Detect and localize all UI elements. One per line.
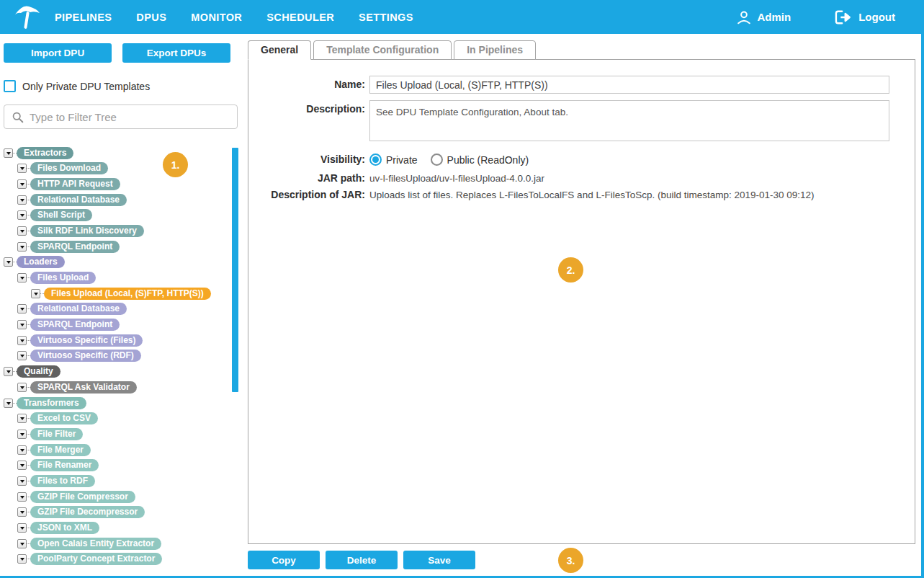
export-dpus-button[interactable]: Export DPUs: [122, 43, 230, 63]
nav-item-monitor[interactable]: MONITOR: [191, 12, 242, 23]
logout-button[interactable]: Logout: [834, 9, 895, 25]
nav-item-settings[interactable]: SETTINGS: [359, 12, 413, 23]
tree-row: Relational Database: [0, 303, 245, 316]
tree-item[interactable]: Extractors: [17, 147, 73, 159]
description-input[interactable]: [369, 100, 889, 141]
tree-expander-icon[interactable]: [17, 164, 27, 173]
tree-item[interactable]: SPARQL Endpoint: [30, 319, 120, 331]
tree-item[interactable]: File Renamer: [30, 459, 99, 471]
tree-row: Shell Script: [0, 209, 245, 222]
nav-item-scheduler[interactable]: SCHEDULER: [266, 12, 334, 23]
tree-expander-icon[interactable]: [4, 257, 13, 267]
tree-item-selected[interactable]: Files Upload (Local, (S)FTP, HTTP(S)): [44, 288, 211, 300]
visibility-radio-private[interactable]: Private: [369, 154, 418, 166]
tab-general[interactable]: General: [248, 40, 311, 60]
tree-item[interactable]: Virtuoso Specific (RDF): [30, 350, 141, 362]
tree-expander-icon[interactable]: [31, 289, 40, 298]
tree-expander-icon[interactable]: [17, 273, 27, 283]
chevron-down-icon: [6, 261, 11, 264]
tree-expander-icon[interactable]: [17, 430, 27, 439]
tree-item[interactable]: Excel to CSV: [30, 412, 98, 424]
tree-expander-icon[interactable]: [17, 195, 27, 205]
tree-row: Files Download: [0, 162, 245, 175]
tree-expander-icon[interactable]: [17, 351, 27, 360]
tree-expander-icon[interactable]: [17, 226, 27, 236]
tree-expander-icon[interactable]: [17, 336, 27, 345]
tree-row: File Merger: [0, 443, 245, 456]
chevron-down-icon: [6, 152, 11, 155]
tree-item[interactable]: GZIP File Compressor: [30, 491, 135, 503]
tree-item[interactable]: File Filter: [30, 428, 83, 440]
tree-item[interactable]: Quality: [17, 365, 60, 378]
tree-row: Silk RDF Link Discovery: [0, 224, 245, 237]
tree-row: JSON to XML: [0, 522, 245, 535]
tree-expander-icon[interactable]: [17, 523, 27, 533]
tree-expander-icon[interactable]: [4, 148, 13, 158]
tree-expander-icon[interactable]: [17, 383, 27, 392]
delete-button[interactable]: Delete: [326, 551, 398, 569]
tab-template-configuration[interactable]: Template Configuration: [313, 40, 452, 60]
tab-in-pipelines[interactable]: In Pipelines: [454, 40, 536, 60]
visibility-radio-public-readonly-[interactable]: Public (ReadOnly): [431, 154, 529, 166]
app-logo[interactable]: [13, 3, 45, 32]
radio-dot: [372, 156, 379, 163]
user-menu[interactable]: Admin: [736, 9, 791, 25]
tree-item[interactable]: Files Upload: [30, 272, 96, 284]
radio-selected-icon[interactable]: [369, 154, 382, 166]
tree-item[interactable]: SPARQL Ask Validator: [30, 381, 137, 394]
import-dpu-button[interactable]: Import DPU: [4, 43, 112, 63]
tree-item[interactable]: Files to RDF: [30, 475, 95, 487]
tree-item[interactable]: Relational Database: [30, 194, 127, 206]
tree-item[interactable]: File Merger: [30, 444, 91, 456]
tree-row: SPARQL Endpoint: [0, 319, 245, 332]
tree-expander-icon[interactable]: [17, 320, 27, 329]
tree-item[interactable]: JSON to XML: [30, 522, 99, 534]
jar-description-label: Description of JAR:: [248, 189, 365, 200]
logout-icon: [834, 9, 853, 25]
tree-item[interactable]: Shell Script: [30, 209, 92, 221]
tree-expander-icon[interactable]: [17, 179, 27, 189]
name-input[interactable]: [369, 76, 889, 94]
tree-item[interactable]: PoolParty Concept Extractor: [30, 553, 162, 565]
tree-expander-icon[interactable]: [17, 242, 27, 252]
tree-expander-icon[interactable]: [17, 539, 27, 548]
general-tab-panel: Name: Description: Visibility: PrivatePu…: [248, 59, 915, 544]
tree-expander-icon[interactable]: [17, 304, 27, 314]
tree-item[interactable]: Relational Database: [30, 303, 127, 315]
tree-filter-input[interactable]: [24, 105, 237, 128]
tree-item[interactable]: Open Calais Entity Extractor: [30, 538, 161, 550]
visibility-label: Visibility:: [248, 151, 365, 166]
tree-expander-icon[interactable]: [17, 461, 27, 470]
copy-button[interactable]: Copy: [248, 551, 320, 569]
tree-item[interactable]: SPARQL Endpoint: [30, 241, 120, 253]
tree-item[interactable]: GZIP File Decompressor: [30, 506, 145, 518]
chevron-down-icon: [20, 167, 24, 170]
tree-expander-icon[interactable]: [17, 414, 27, 423]
nav-item-pipelines[interactable]: PIPELINES: [55, 12, 112, 23]
tree-expander-icon[interactable]: [17, 492, 27, 502]
only-private-templates-checkbox[interactable]: [4, 80, 16, 92]
tree-expander-icon[interactable]: [17, 445, 27, 455]
tree-expander-icon[interactable]: [17, 554, 27, 564]
umbrella-logo-icon: [13, 4, 42, 31]
tree-expander-icon[interactable]: [17, 507, 27, 517]
tree-item[interactable]: Loaders: [17, 256, 65, 268]
tree-expander-icon[interactable]: [17, 476, 27, 486]
tree-expander-icon[interactable]: [4, 367, 13, 376]
tree-expander-icon[interactable]: [17, 210, 27, 220]
chevron-down-icon: [20, 277, 24, 280]
tree-scrollbar[interactable]: [232, 148, 238, 392]
radio-unselected-icon[interactable]: [431, 154, 443, 166]
tree-item[interactable]: Silk RDF Link Discovery: [30, 225, 144, 237]
tree-item[interactable]: HTTP API Request: [30, 178, 120, 190]
tree-item[interactable]: Virtuoso Specific (Files): [30, 334, 143, 347]
name-label: Name:: [248, 76, 365, 94]
chevron-down-icon: [6, 402, 11, 405]
tree-row: Files to RDF: [0, 474, 245, 487]
nav-item-dpus[interactable]: DPUS: [136, 12, 166, 23]
tree-item[interactable]: Files Download: [30, 162, 108, 174]
chevron-down-icon: [20, 527, 24, 530]
tree-item[interactable]: Transformers: [17, 397, 86, 409]
save-button[interactable]: Save: [403, 551, 475, 569]
tree-expander-icon[interactable]: [4, 399, 13, 408]
